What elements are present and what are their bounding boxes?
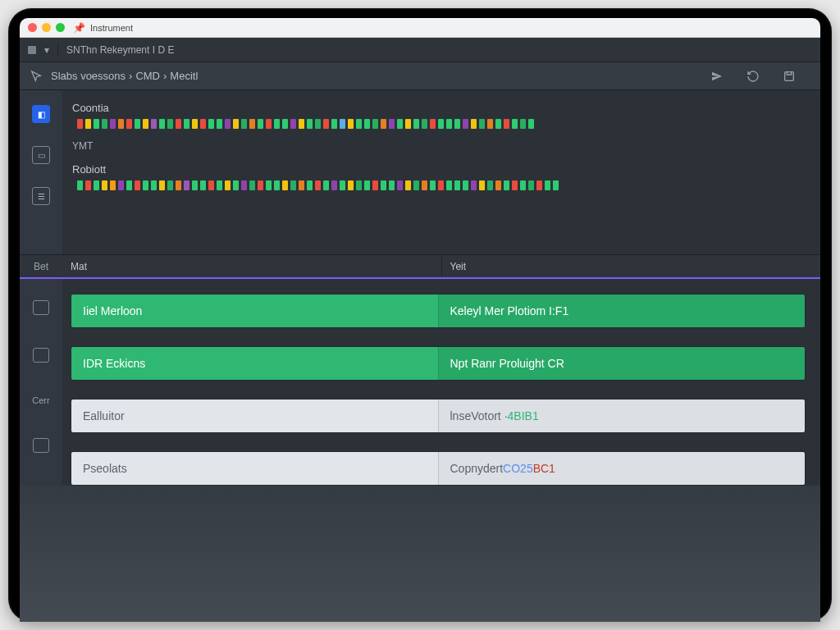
code-token bbox=[208, 119, 214, 129]
code-token bbox=[299, 119, 304, 129]
panel-side-gutter: Cerr bbox=[20, 279, 62, 486]
code-section-label: Coontia bbox=[72, 102, 806, 114]
panel-gutter-icon[interactable] bbox=[33, 348, 49, 363]
code-token bbox=[217, 119, 222, 129]
device-frame: 📌 Instrument ▾ SNThn Rekeyment I D E Sla… bbox=[8, 8, 832, 622]
code-token bbox=[208, 180, 214, 190]
code-token bbox=[258, 180, 263, 190]
code-token bbox=[282, 180, 288, 190]
panel-cell-left: Iiel Merloon bbox=[71, 294, 438, 327]
panel-cell-right: Copnydert CO25 BC1 bbox=[438, 452, 806, 485]
tab-square-icon[interactable] bbox=[28, 46, 36, 54]
code-token bbox=[299, 180, 304, 190]
send-icon[interactable] bbox=[710, 70, 724, 83]
panel-row[interactable]: Pseolats Copnydert CO25 BC1 bbox=[71, 451, 806, 486]
code-token bbox=[94, 119, 99, 129]
close-icon[interactable] bbox=[28, 23, 37, 32]
code-token bbox=[192, 119, 198, 129]
code-token bbox=[274, 180, 280, 190]
code-token bbox=[381, 119, 386, 129]
code-token bbox=[471, 119, 477, 129]
code-token bbox=[389, 119, 395, 129]
editor-tabbar: ▾ SNThn Rekeyment I D E bbox=[20, 38, 820, 62]
gutter-window-icon[interactable]: ▭ bbox=[32, 146, 50, 164]
minimize-icon[interactable] bbox=[42, 23, 51, 32]
code-token-line bbox=[77, 180, 806, 190]
code-token bbox=[479, 180, 485, 190]
code-token bbox=[315, 180, 321, 190]
tab-caret-icon[interactable]: ▾ bbox=[44, 44, 49, 56]
breadcrumb[interactable]: Slabs voessons › CMD › Mecitl bbox=[51, 70, 198, 82]
code-token bbox=[184, 119, 189, 129]
code-token bbox=[413, 119, 419, 129]
cursor-icon[interactable] bbox=[30, 70, 43, 83]
panel-cell-left: Pseolats bbox=[71, 452, 438, 485]
panel-row[interactable]: IDR Eckicns Npt Ranr Proluight CR bbox=[71, 346, 806, 381]
code-token bbox=[553, 180, 559, 190]
tab-main[interactable]: SNThn Rekeyment I D E bbox=[66, 44, 174, 56]
gutter-layers-icon[interactable]: ☰ bbox=[32, 187, 50, 205]
panel-gutter-icon[interactable] bbox=[33, 300, 49, 315]
panel-header-gutter-label[interactable]: Bet bbox=[20, 261, 62, 272]
toolbar-left-group: Slabs voessons › CMD › Mecitl bbox=[30, 70, 198, 83]
code-token bbox=[159, 180, 165, 190]
code-area[interactable]: Coontia YMT Robiott bbox=[62, 90, 820, 254]
code-token bbox=[266, 180, 272, 190]
code-token bbox=[102, 180, 107, 190]
code-token bbox=[184, 180, 189, 190]
panel-cell-right: Npt Ranr Proluight CR bbox=[438, 347, 806, 380]
cell-token: 4BIB1 bbox=[508, 409, 539, 422]
code-token bbox=[274, 119, 280, 129]
breadcrumb-part-2: CMD bbox=[135, 70, 160, 82]
panel-header: Bet Mat Yeit bbox=[20, 254, 820, 279]
code-token bbox=[430, 119, 436, 129]
code-token bbox=[249, 119, 255, 129]
code-token bbox=[266, 119, 272, 129]
empty-footer-area bbox=[20, 486, 820, 622]
code-token bbox=[126, 180, 132, 190]
code-token bbox=[348, 119, 354, 129]
title-project-label: Instrument bbox=[90, 23, 133, 33]
code-token bbox=[331, 119, 337, 129]
code-token bbox=[520, 180, 526, 190]
code-token bbox=[102, 119, 107, 129]
code-token bbox=[545, 180, 550, 190]
code-token bbox=[389, 180, 395, 190]
toolbar-right-group bbox=[710, 70, 810, 83]
gutter-app-icon[interactable]: ◧ bbox=[32, 105, 50, 123]
code-token bbox=[167, 180, 173, 190]
code-token bbox=[348, 180, 354, 190]
code-token bbox=[405, 119, 411, 129]
code-token bbox=[135, 180, 140, 190]
code-token bbox=[454, 119, 460, 129]
code-token bbox=[151, 180, 157, 190]
code-token bbox=[528, 180, 534, 190]
panel-header-col-right[interactable]: Yeit bbox=[442, 261, 821, 272]
code-token bbox=[536, 180, 542, 190]
panel-row[interactable]: Ealluitor lnseVotort · 4BIB1 bbox=[71, 399, 806, 433]
code-token bbox=[356, 119, 362, 129]
cell-text: Copnydert bbox=[450, 462, 504, 475]
maximize-icon[interactable] bbox=[56, 23, 65, 32]
panel-header-col-left[interactable]: Mat bbox=[62, 261, 441, 272]
code-token bbox=[504, 180, 509, 190]
refresh-icon[interactable] bbox=[746, 70, 760, 83]
panel-cell-right: Keleyl Mer Plotiom I:F1 bbox=[438, 294, 806, 327]
code-token bbox=[143, 119, 148, 129]
code-token bbox=[446, 119, 452, 129]
code-token bbox=[471, 180, 477, 190]
code-token bbox=[422, 180, 427, 190]
breadcrumb-part-1: Slabs voessons bbox=[51, 70, 126, 82]
code-token bbox=[241, 119, 247, 129]
panel-row[interactable]: Iiel Merloon Keleyl Mer Plotiom I:F1 bbox=[71, 294, 806, 328]
panel-gutter-icon[interactable] bbox=[33, 438, 49, 453]
code-token bbox=[233, 180, 239, 190]
code-token bbox=[315, 119, 321, 129]
code-token bbox=[225, 119, 231, 129]
code-token bbox=[512, 119, 518, 129]
code-token bbox=[77, 180, 83, 190]
panel-cell-right: lnseVotort · 4BIB1 bbox=[438, 399, 806, 432]
save-icon[interactable] bbox=[783, 70, 796, 83]
code-token bbox=[290, 180, 296, 190]
panel-cell-left: Ealluitor bbox=[71, 399, 438, 432]
